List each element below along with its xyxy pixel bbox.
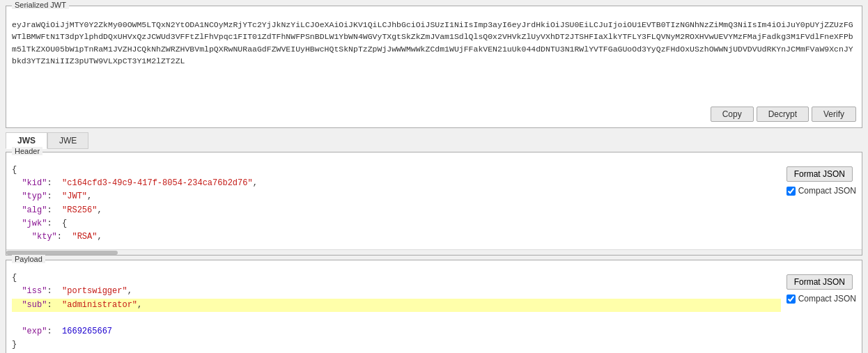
tabs-row: JWS JWE [6,132,862,149]
jwt-textarea[interactable]: eyJraWQiOiJjMTY0Y2ZkMy00OWM5LTQxN2YtODA1… [12,19,856,95]
payload-section: Payload { "iss": "portswigger", "sub": "… [6,260,862,353]
header-content-wrapper: { "kid": "c164cfd3-49c9-417f-8054-234ca7… [6,158,862,249]
serialized-jwt-section: Serialized JWT eyJraWQiOiJjMTY0Y2ZkMy00O… [6,6,862,128]
copy-button[interactable]: Copy [711,107,754,122]
decrypt-button[interactable]: Decrypt [757,107,809,122]
header-compact-json-checkbox[interactable] [786,187,796,196]
header-section: Header { "kid": "c164cfd3-49c9-417f-8054… [6,152,862,256]
jwt-textarea-wrapper: eyJraWQiOiJjMTY0Y2ZkMy00OWM5LTQxN2YtODA1… [6,12,862,104]
payload-content-wrapper: { "iss": "portswigger", "sub": "administ… [6,266,862,353]
tabs-wrapper: JWS JWE [6,132,862,149]
verify-button[interactable]: Verify [812,107,856,122]
header-format-json-button[interactable]: Format JSON [786,166,853,182]
header-json-toolbar: Format JSON Compact JSON [786,164,856,196]
header-scroll-indicator [6,249,862,255]
payload-json-editor[interactable]: { "iss": "portswigger", "sub": "administ… [12,272,781,352]
header-json-editor[interactable]: { "kid": "c164cfd3-49c9-417f-8054-234ca7… [12,164,781,244]
serialized-jwt-legend: Serialized JWT [12,1,69,9]
payload-format-json-button[interactable]: Format JSON [786,274,853,290]
header-legend: Header [12,147,42,155]
payload-compact-json-text: Compact JSON [798,294,856,304]
header-json-pre: { "kid": "c164cfd3-49c9-417f-8054-234ca7… [12,164,781,244]
main-container: Serialized JWT eyJraWQiOiJjMTY0Y2ZkMy00O… [0,0,868,353]
header-compact-json-label[interactable]: Compact JSON [786,186,856,196]
tab-jwe[interactable]: JWE [47,132,88,149]
payload-json-pre: { "iss": "portswigger", "sub": "administ… [12,272,781,352]
jwt-buttons: Copy Decrypt Verify [6,104,862,127]
payload-compact-json-label[interactable]: Compact JSON [786,294,856,304]
payload-compact-json-checkbox[interactable] [786,295,796,304]
payload-json-toolbar: Format JSON Compact JSON [786,272,856,304]
header-compact-json-text: Compact JSON [798,186,856,196]
payload-legend: Payload [12,255,45,263]
